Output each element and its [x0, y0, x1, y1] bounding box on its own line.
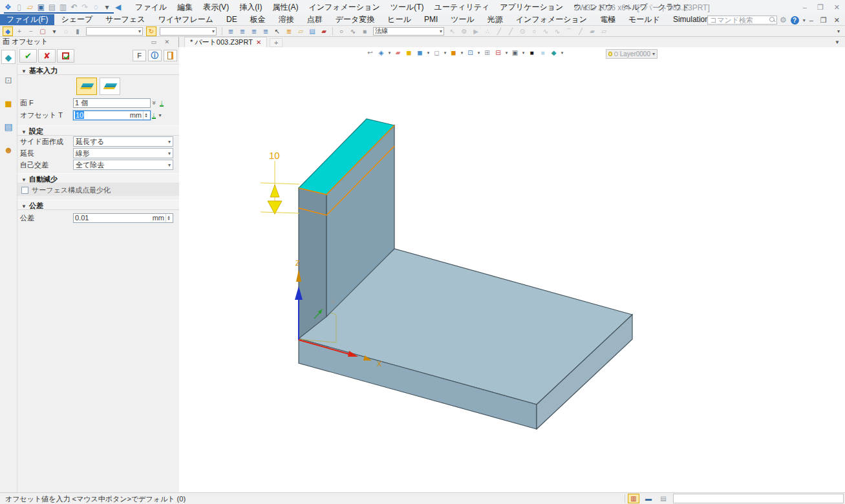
filter-combo[interactable]: ▾	[86, 27, 143, 36]
window-pick-icon[interactable]: ▢	[37, 26, 48, 36]
new-file-icon[interactable]: ▯	[14, 1, 25, 13]
menu-item[interactable]: ユーティリティ	[429, 0, 495, 14]
selection-set-icon[interactable]: ◌	[91, 1, 102, 13]
search-icon[interactable]	[769, 17, 776, 23]
remove-pick-icon[interactable]: −	[26, 26, 36, 36]
ribbon-tab[interactable]: 光源	[481, 14, 509, 25]
minimize-button[interactable]: –	[803, 0, 807, 14]
ok-button[interactable]: ✔	[19, 49, 37, 63]
menu-item[interactable]: ツール(T)	[385, 0, 429, 14]
lasso-pick-icon[interactable]: ◌	[61, 26, 71, 36]
doc-button[interactable]	[164, 50, 177, 61]
ribbon-tab[interactable]: 点群	[301, 14, 329, 25]
ribbon-tab[interactable]: ヒール	[381, 14, 418, 25]
face-input[interactable]: 1 個	[73, 98, 151, 108]
setting-dropdown[interactable]: 線形▾	[73, 148, 173, 158]
help-icon[interactable]: ?	[791, 16, 799, 25]
reduce-checkbox[interactable]	[21, 187, 28, 194]
tab-overflow-icon[interactable]: ▼	[835, 39, 840, 45]
monitor-toggle-icon[interactable]: ▬	[643, 494, 654, 503]
pick-from-list-icon[interactable]: ↓	[160, 99, 164, 107]
reorient-icon[interactable]: ↻	[146, 26, 156, 36]
apply-button[interactable]	[57, 49, 74, 63]
menu-item[interactable]: アプリケーション	[495, 0, 568, 14]
menu-item[interactable]: 表示(V)	[198, 0, 234, 14]
ribbon-tab[interactable]: データ変換	[329, 14, 381, 25]
pick-filter-icon[interactable]: ◆	[3, 26, 13, 36]
command-search-input[interactable]	[707, 16, 777, 25]
measure-icon[interactable]: ↓	[152, 111, 156, 119]
visualize-image-icon[interactable]: ▤	[1, 120, 16, 134]
ribbon-tab[interactable]: サーフェス	[99, 14, 151, 25]
menu-item[interactable]: 挿入(I)	[234, 0, 267, 14]
pick-arrow-icon[interactable]: ↖	[272, 26, 283, 36]
plane-icon[interactable]: ■	[359, 26, 370, 36]
close-button[interactable]: ✕	[834, 0, 840, 14]
app-logo-icon[interactable]: ❖	[3, 1, 14, 13]
add-pick-icon[interactable]: +	[14, 26, 25, 36]
entity-combo[interactable]: ▾	[160, 27, 217, 36]
dim-arrow-up[interactable]	[270, 185, 279, 197]
print-icon[interactable]: ▤	[47, 1, 58, 13]
model-canvas[interactable]: 10 Z X	[179, 47, 845, 492]
open-part-icon[interactable]: ▱	[295, 26, 306, 36]
active-command-icon[interactable]: ◆	[1, 50, 16, 64]
section-tolerance[interactable]: ▼公差	[17, 200, 179, 210]
tab-close-icon[interactable]: ✕	[256, 39, 261, 46]
cancel-button[interactable]: ✘	[38, 49, 56, 63]
curve-icon[interactable]: ∿	[348, 26, 358, 36]
save-icon[interactable]: ▣	[36, 1, 47, 13]
undo-icon[interactable]: ↶	[69, 1, 80, 13]
section-settings[interactable]: ▼設定	[17, 125, 179, 136]
curve-list-icon-3[interactable]: ≣	[249, 26, 259, 36]
polygon-pick-icon[interactable]: ▮	[72, 26, 83, 36]
curve-list-icon-4[interactable]: ≣	[261, 26, 271, 36]
print-preview-icon[interactable]: ▥	[58, 1, 69, 13]
ribbon-tab[interactable]: PMI	[418, 14, 444, 25]
list-manager-icon[interactable]: ≣	[284, 26, 294, 36]
ribbon-tab[interactable]: モールド	[622, 14, 667, 25]
ribbon-tab[interactable]: 板金	[244, 14, 272, 25]
open-folder-icon[interactable]: ▱	[25, 1, 36, 13]
ribbon-tab[interactable]: ファイル(F)	[0, 14, 54, 25]
setting-dropdown[interactable]: 延長する▾	[73, 136, 173, 147]
ribbon-tab[interactable]: ワイヤフレーム	[151, 14, 220, 25]
status-input-area[interactable]	[673, 494, 844, 503]
tolerance-input[interactable]: 0.01 mm ▴▾	[73, 213, 173, 223]
ribbon-tab[interactable]: インフォメーション	[509, 14, 594, 25]
section-auto-reduce[interactable]: ▼自動減少	[17, 173, 179, 184]
curve-list-icon-1[interactable]: ≣	[226, 26, 236, 36]
prompt-window-icon[interactable]: ▤	[658, 494, 669, 503]
help-caret-icon[interactable]: ▾	[803, 17, 806, 23]
panel-close-icon[interactable]: ✕	[164, 37, 169, 47]
user-icon[interactable]: ☻	[1, 143, 16, 157]
caret-down-icon[interactable]: ▾	[49, 26, 59, 36]
tolerance-spinner[interactable]: ▴▾	[166, 214, 171, 222]
section-basic-input[interactable]: ▼基本入力	[17, 65, 179, 75]
info-button[interactable]: ⓘ	[148, 50, 162, 61]
favorite-icon[interactable]: ♡	[697, 16, 703, 25]
caret-down-icon[interactable]: ▾	[159, 112, 162, 118]
panel-minimize-icon[interactable]: ▭	[151, 37, 156, 47]
history-clock-icon[interactable]: ○	[336, 26, 347, 36]
offset-copy-option[interactable]	[100, 78, 120, 95]
part-cube-icon[interactable]: ◼	[1, 96, 16, 110]
new-tab-button[interactable]: +	[270, 38, 283, 47]
viewport[interactable]: ↩◈▾▰◼◼▾◻▾◼▾⊡▾⊞⊟▾▣▾■■◆▾ Layer0000 ▾ 10 Z	[179, 47, 845, 492]
f-mode-button[interactable]: F	[133, 50, 146, 61]
ribbon-tab[interactable]: ツール	[444, 14, 481, 25]
offset-spinner[interactable]: ▴▾	[143, 111, 149, 120]
curve-list-icon-2[interactable]: ≣	[237, 26, 248, 36]
menu-item[interactable]: インフォメーション	[303, 0, 385, 14]
ribbon-tab[interactable]: シェープ	[54, 14, 99, 25]
ribbon-tab[interactable]: 電極	[594, 14, 622, 25]
menu-item[interactable]: 編集	[172, 0, 198, 14]
normal-mode-combo[interactable]: 法線▾	[373, 27, 444, 36]
ribbon-tab[interactable]: 溶接	[272, 14, 301, 25]
gear-icon[interactable]: ⚙	[780, 16, 787, 25]
menu-item[interactable]: 属性(A)	[267, 0, 303, 14]
doc-window-controls[interactable]: – ❐ ✕	[809, 16, 842, 25]
redo-icon[interactable]: ↷	[80, 1, 91, 13]
ribbon-tab[interactable]: DE	[220, 14, 244, 25]
manager-panel-icon[interactable]: ▥	[628, 494, 639, 503]
